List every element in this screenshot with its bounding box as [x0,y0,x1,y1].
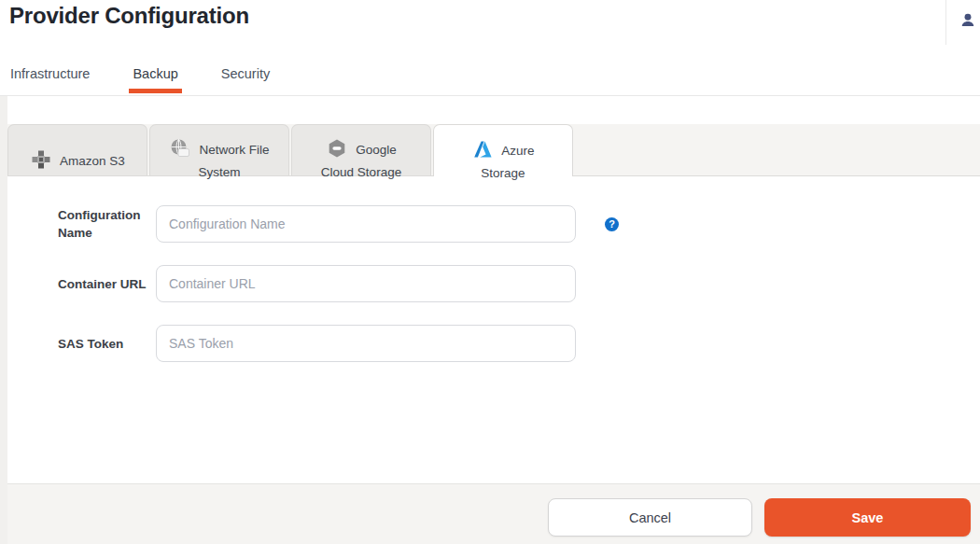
form-row-configuration-name: Configuration Name [7,205,980,243]
tab-amazon-s3[interactable]: Amazon S3 [7,124,147,175]
nav-item-security[interactable]: Security [221,66,270,95]
amazon-s3-icon [30,154,60,168]
tab-google-cloud-storage[interactable]: Google Cloud Storage [291,124,431,175]
container-url-input[interactable] [156,265,576,302]
left-gutter [0,96,7,544]
tab-azure-storage[interactable]: Azure Storage [433,124,573,176]
tab-network-file-system[interactable]: Network File System [149,124,289,175]
network-file-system-icon [169,143,199,157]
backup-provider-card: Amazon S3 Network File System [7,96,980,544]
person-icon [959,12,976,33]
tab-label: Network File System [198,143,269,179]
page-header: Provider Configuration Infrastructure Ba… [0,0,980,96]
form-row-sas-token: SAS Token [7,325,980,362]
sas-token-label: SAS Token [58,335,147,353]
save-button[interactable]: Save [764,498,971,537]
google-cloud-storage-icon [326,143,356,157]
configuration-name-input[interactable] [156,205,576,243]
tab-label: Amazon S3 [60,154,125,168]
user-menu[interactable] [945,0,980,45]
cancel-button[interactable]: Cancel [548,498,752,537]
page-body: Amazon S3 Network File System [0,96,980,544]
provider-tab-bar: Amazon S3 Network File System [7,124,980,176]
nav-item-infrastructure[interactable]: Infrastructure [10,66,90,95]
help-icon[interactable] [605,217,619,231]
nav-item-backup[interactable]: Backup [133,66,177,95]
configuration-name-label: Configuration Name [58,206,147,242]
sas-token-input[interactable] [156,325,576,362]
form-row-container-url: Container URL [7,265,980,302]
azure-storage-icon [471,144,501,158]
page-title: Provider Configuration [9,3,249,29]
azure-storage-form: Configuration Name Container URL SAS Tok… [7,176,980,483]
container-url-label: Container URL [58,275,147,293]
form-footer: Cancel Save [7,483,980,544]
section-nav: Infrastructure Backup Security [10,66,270,95]
